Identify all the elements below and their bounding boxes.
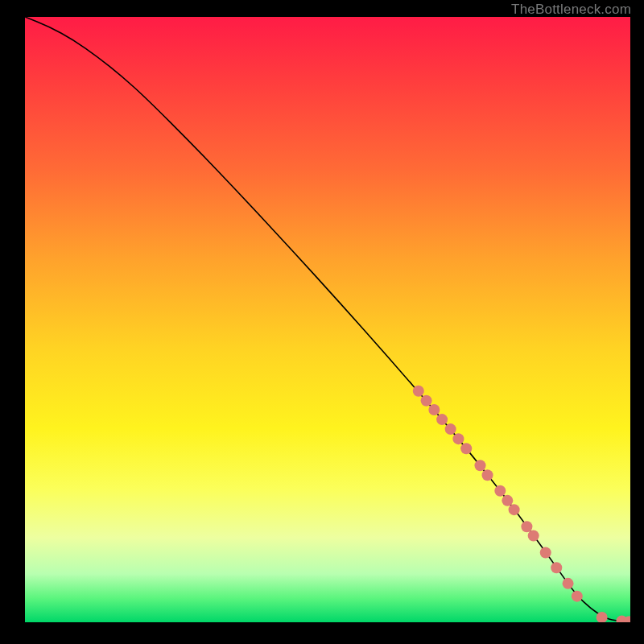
- marker-dot: [413, 386, 424, 397]
- marker-dot: [460, 443, 472, 454]
- marker-dot: [540, 547, 551, 559]
- marker-dot: [436, 414, 448, 425]
- marker-dot: [475, 460, 486, 471]
- marker-dot: [445, 423, 456, 435]
- marker-dot: [428, 404, 440, 415]
- watermark-text: TheBottleneck.com: [511, 2, 631, 18]
- marker-dot: [494, 485, 506, 497]
- marker-dot: [563, 578, 574, 589]
- marker-dot: [521, 521, 532, 532]
- marker-dot: [528, 530, 539, 541]
- curve-line: [25, 17, 630, 621]
- marker-dot: [551, 562, 562, 573]
- marker-dot: [509, 504, 520, 515]
- plot-area: [25, 17, 630, 622]
- marker-dot: [482, 469, 493, 481]
- marker-dot: [502, 495, 513, 506]
- marker-group: [413, 386, 630, 622]
- marker-dot: [452, 433, 464, 444]
- marker-dot: [572, 591, 583, 602]
- chart-svg: [25, 17, 630, 622]
- chart-frame: TheBottleneck.com: [0, 0, 644, 644]
- marker-dot: [421, 395, 432, 407]
